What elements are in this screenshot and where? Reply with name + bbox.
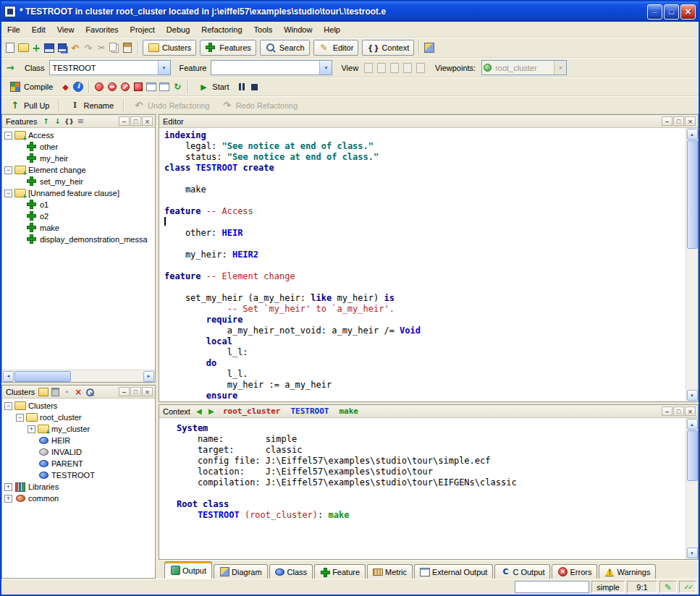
tree-item-invalid[interactable]: INVALID <box>4 446 155 458</box>
menu-tools[interactable]: Tools <box>248 23 279 36</box>
context-crumb-make[interactable]: make <box>339 406 358 416</box>
tree-item-o1[interactable]: o1 <box>4 199 155 210</box>
search-button[interactable]: Search <box>260 40 310 56</box>
class-tool-icon[interactable] <box>4 62 16 74</box>
menu-debug[interactable]: Debug <box>161 23 195 36</box>
tree-item-heir[interactable]: HEIR <box>4 435 155 446</box>
class-combobox-dropdown-icon[interactable] <box>158 61 170 74</box>
status-input[interactable] <box>515 581 589 593</box>
clusters-button[interactable]: Clusters <box>143 40 196 56</box>
editor-code-area[interactable]: indexing legal: "See notice at end of cl… <box>159 128 686 401</box>
tree-item-access[interactable]: −Access <box>4 129 155 141</box>
tree-item-testroot[interactable]: TESTROOT <box>4 469 155 481</box>
stop-icon[interactable] <box>249 81 261 93</box>
scroll-up-icon[interactable] <box>687 419 698 430</box>
collapse-icon[interactable]: − <box>4 166 12 174</box>
add-cluster-icon[interactable] <box>38 387 49 397</box>
tab-diagram[interactable]: Diagram <box>214 564 268 579</box>
tab-metric[interactable]: Metric <box>367 564 413 579</box>
expand-icon[interactable]: + <box>4 495 12 503</box>
maximize-button[interactable] <box>664 4 679 20</box>
context-button[interactable]: Context <box>362 40 414 56</box>
info-icon[interactable] <box>72 81 84 93</box>
editor-minimize-button[interactable] <box>662 116 672 126</box>
redo-icon[interactable] <box>83 42 94 54</box>
diagram-icon[interactable] <box>423 42 435 54</box>
tab-errors[interactable]: Errors <box>552 564 597 579</box>
context-crumb-testroot[interactable]: TESTROOT <box>290 406 329 416</box>
tree-item-root-cluster[interactable]: −root_cluster <box>4 412 155 423</box>
expand-icon[interactable]: + <box>28 425 35 433</box>
menu-project[interactable]: Project <box>125 23 161 36</box>
menu-favorites[interactable]: Favorites <box>80 23 124 36</box>
context-panel-header[interactable]: Context root_clusterTESTROOTmake <box>159 405 698 418</box>
clusters-close-button[interactable] <box>142 387 153 396</box>
features-panel-header[interactable]: Features <box>2 115 155 128</box>
menu-file[interactable]: File <box>1 23 26 36</box>
editor-vertical-scrollbar[interactable] <box>686 128 698 401</box>
tree-item-o2[interactable]: o2 <box>4 210 155 222</box>
navigate-forward-icon[interactable] <box>206 407 216 415</box>
collapse-icon[interactable]: − <box>4 190 12 197</box>
view-1-icon[interactable] <box>363 62 374 74</box>
copy-icon[interactable] <box>109 42 120 54</box>
up-icon[interactable] <box>41 116 51 127</box>
features-horizontal-scrollbar[interactable] <box>2 370 155 382</box>
dot-icon[interactable] <box>62 387 72 397</box>
menu-help[interactable]: Help <box>318 23 346 36</box>
tab-external-output[interactable]: External Output <box>414 564 493 579</box>
expand-icon[interactable]: + <box>4 483 12 491</box>
tree-item-my-heir[interactable]: my_heir <box>4 153 155 164</box>
save-all-icon[interactable] <box>56 42 68 54</box>
pull-up-button[interactable]: Pull Up <box>4 98 54 114</box>
clusters-tree[interactable]: −Clusters−root_cluster+my_clusterHEIRINV… <box>2 399 155 578</box>
braces-icon[interactable] <box>64 116 74 127</box>
context-maximize-button[interactable] <box>673 406 684 416</box>
stop-point-2-icon[interactable] <box>106 81 118 93</box>
clusters-minimize-button[interactable] <box>119 387 130 396</box>
tree-item-libraries[interactable]: +Libraries <box>4 481 155 493</box>
list-icon[interactable] <box>75 116 85 127</box>
clusters-maximize-button[interactable] <box>130 387 141 396</box>
new-icon[interactable] <box>4 42 16 54</box>
scroll-down-icon[interactable] <box>687 548 698 558</box>
undo-icon[interactable] <box>69 42 81 54</box>
menu-view[interactable]: View <box>51 23 80 36</box>
view-4-icon[interactable] <box>402 62 413 74</box>
tree-item-my-cluster[interactable]: +my_cluster <box>4 423 155 435</box>
stop-point-edit-icon[interactable] <box>132 81 144 93</box>
start-button[interactable]: Start <box>193 79 234 95</box>
cut-icon[interactable] <box>96 42 107 54</box>
rename-button[interactable]: Rename <box>64 98 119 114</box>
stop-point-icon[interactable] <box>93 81 105 93</box>
editor-close-button[interactable] <box>685 116 696 126</box>
view-3-icon[interactable] <box>389 62 400 74</box>
view-5-icon[interactable] <box>415 62 426 74</box>
resync-icon[interactable] <box>172 81 183 93</box>
tab-warnings[interactable]: Warnings <box>599 564 656 579</box>
view-2-icon[interactable] <box>376 62 387 74</box>
features-tree[interactable]: −Accessothermy_heir−Element changeset_my… <box>2 128 155 370</box>
debug-window-icon[interactable] <box>146 81 157 93</box>
features-button[interactable]: Features <box>200 40 256 56</box>
collapse-icon[interactable]: − <box>16 414 24 422</box>
features-minimize-button[interactable] <box>119 116 130 126</box>
editor-maximize-button[interactable] <box>673 116 684 126</box>
freeze-gem-icon[interactable] <box>59 81 71 93</box>
menu-window[interactable]: Window <box>278 23 318 36</box>
close-button[interactable] <box>680 4 696 20</box>
tree-item-element-change[interactable]: −Element change <box>4 164 155 176</box>
feature-combobox[interactable] <box>211 60 332 75</box>
scroll-right-icon[interactable] <box>143 371 154 382</box>
clusters-panel-header[interactable]: Clusters <box>2 386 155 399</box>
down-icon[interactable] <box>52 116 62 127</box>
open-icon[interactable] <box>17 42 29 54</box>
tree-item-make[interactable]: make <box>4 222 155 234</box>
tree-item-common[interactable]: +common <box>4 493 155 504</box>
context-minimize-button[interactable] <box>662 406 672 416</box>
scroll-thumb[interactable] <box>687 430 698 481</box>
save-icon[interactable] <box>43 42 55 54</box>
tab-output[interactable]: Output <box>164 561 212 579</box>
add-icon[interactable] <box>30 42 42 54</box>
red-x-icon[interactable] <box>73 387 83 397</box>
